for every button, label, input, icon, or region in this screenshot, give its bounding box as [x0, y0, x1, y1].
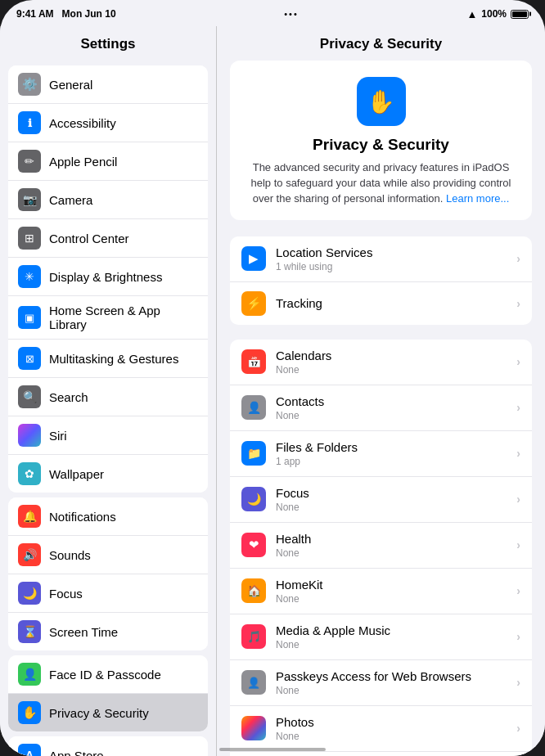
sidebar-item-accessibility[interactable]: ℹ Accessibility [8, 104, 208, 142]
health-chevron: › [516, 538, 520, 551]
focus-perm-text: Focus None [276, 486, 513, 513]
photos-sublabel: None [276, 731, 513, 742]
section-item-calendars[interactable]: 📅 Calendars None › [230, 340, 532, 385]
location-services-icon: ▶ [241, 246, 266, 271]
sounds-icon: 🔊 [18, 543, 41, 566]
status-date: Mon Jun 10 [62, 8, 116, 20]
sidebar-group-1: ⚙️ General ℹ Accessibility ✏ Apple Penci… [8, 65, 208, 493]
section-item-tracking[interactable]: ⚡ Tracking › [230, 282, 532, 325]
homekit-chevron: › [516, 584, 520, 597]
focus-icon: 🌙 [18, 582, 41, 605]
sidebar-item-wallpaper[interactable]: ✿ Wallpaper [8, 455, 208, 493]
app-store-icon: A [18, 744, 41, 756]
focus-perm-chevron: › [516, 493, 520, 506]
sidebar-item-sounds[interactable]: 🔊 Sounds [8, 536, 208, 574]
multitasking-icon: ⊠ [18, 347, 41, 370]
apple-pencil-icon: ✏ [18, 150, 41, 173]
photos-icon [241, 716, 266, 740]
sidebar-label-focus: Focus [49, 587, 83, 601]
section-data-access: 📅 Calendars None › 👤 Contacts None › [230, 340, 532, 756]
files-folders-icon: 📁 [241, 441, 266, 466]
sidebar-item-display[interactable]: ✳ Display & Brightness [8, 258, 208, 296]
files-folders-label: Files & Folders [276, 440, 513, 455]
section-item-health[interactable]: ❤ Health None › [230, 523, 532, 569]
sidebar-label-face-id: Face ID & Passcode [49, 668, 161, 682]
media-music-label: Media & Apple Music [276, 623, 513, 638]
section-item-media-music[interactable]: 🎵 Media & Apple Music None › [230, 614, 532, 660]
location-services-chevron: › [516, 252, 520, 265]
status-time: 9:41 AM [16, 8, 54, 20]
calendars-text: Calendars None [276, 349, 513, 376]
section-item-location-services[interactable]: ▶ Location Services 1 while using › [230, 236, 532, 282]
search-icon: 🔍 [18, 385, 41, 408]
hand-icon: ✋ [367, 88, 395, 115]
battery-box [511, 10, 529, 19]
sidebar-item-privacy-security[interactable]: ✋ Privacy & Security [8, 694, 208, 731]
passkeys-text: Passkeys Access for Web Browsers None [276, 669, 513, 696]
files-folders-sublabel: 1 app [276, 456, 513, 467]
health-icon: ❤ [241, 533, 266, 557]
calendars-sublabel: None [276, 364, 513, 376]
passkeys-sublabel: None [276, 685, 513, 696]
section-item-contacts[interactable]: 👤 Contacts None › [230, 385, 532, 431]
sidebar: Settings ⚙️ General ℹ Accessibility ✏ Ap… [0, 26, 217, 756]
section-item-reminders[interactable]: ≡ Reminders None › [230, 752, 532, 756]
contacts-chevron: › [516, 401, 520, 414]
sidebar-item-camera[interactable]: 📷 Camera [8, 181, 208, 219]
section-item-focus-perm[interactable]: 🌙 Focus None › [230, 477, 532, 523]
home-screen-icon: ▣ [18, 306, 41, 329]
section-item-passkeys[interactable]: 👤 Passkeys Access for Web Browsers None … [230, 660, 532, 706]
battery-percent: 100% [481, 8, 507, 20]
calendars-chevron: › [516, 355, 520, 368]
sidebar-item-siri[interactable]: Siri [8, 416, 208, 455]
sidebar-item-focus[interactable]: 🌙 Focus [8, 574, 208, 613]
privacy-card-title: Privacy & Security [243, 136, 519, 154]
media-music-sublabel: None [276, 639, 513, 650]
sidebar-item-screen-time[interactable]: ⌛ Screen Time [8, 613, 208, 650]
sidebar-label-search: Search [49, 390, 88, 404]
status-right: ▲ 100% [466, 8, 529, 20]
camera-icon: 📷 [18, 188, 41, 211]
sidebar-label-app-store: App Store [49, 749, 104, 757]
section-item-files-folders[interactable]: 📁 Files & Folders 1 app › [230, 431, 532, 477]
photos-label: Photos [276, 715, 513, 730]
section-item-homekit[interactable]: 🏠 HomeKit None › [230, 569, 532, 614]
sidebar-group-4: A App Store Game Center ▬ Wallet & Apple… [8, 736, 208, 756]
location-services-label: Location Services [276, 245, 513, 260]
sidebar-item-notifications[interactable]: 🔔 Notifications [8, 497, 208, 536]
status-time-date: 9:41 AM Mon Jun 10 [16, 8, 116, 20]
sidebar-label-general: General [49, 78, 92, 92]
learn-more-link[interactable]: Learn more... [446, 192, 509, 205]
calendars-label: Calendars [276, 349, 513, 363]
sidebar-label-accessibility: Accessibility [49, 116, 116, 130]
sidebar-label-home-screen: Home Screen & App Library [49, 304, 198, 331]
sidebar-label-screen-time: Screen Time [49, 625, 118, 639]
display-icon: ✳ [18, 265, 41, 288]
tracking-icon: ⚡ [241, 291, 266, 316]
calendars-icon: 📅 [241, 349, 266, 374]
battery-rect [511, 10, 529, 19]
general-icon: ⚙️ [18, 73, 41, 96]
tracking-text: Tracking [276, 296, 513, 311]
status-bar: 9:41 AM Mon Jun 10 ••• ▲ 100% [0, 0, 545, 26]
sidebar-label-privacy-security: Privacy & Security [49, 706, 149, 720]
screen-time-icon: ⌛ [18, 620, 41, 643]
control-center-icon: ⊞ [18, 227, 41, 250]
contacts-sublabel: None [276, 410, 513, 421]
section-location-tracking: ▶ Location Services 1 while using › ⚡ Tr… [230, 236, 532, 325]
notifications-icon: 🔔 [18, 505, 41, 528]
sidebar-item-multitasking[interactable]: ⊠ Multitasking & Gestures [8, 340, 208, 378]
media-music-icon: 🎵 [241, 624, 266, 649]
sidebar-group-2: 🔔 Notifications 🔊 Sounds 🌙 Focus ⌛ Scree… [8, 497, 208, 650]
sidebar-item-apple-pencil[interactable]: ✏ Apple Pencil [8, 142, 208, 181]
sidebar-item-app-store[interactable]: A App Store [8, 736, 208, 756]
sidebar-item-control-center[interactable]: ⊞ Control Center [8, 219, 208, 258]
media-music-chevron: › [516, 630, 520, 643]
health-text: Health None [276, 532, 513, 559]
sidebar-item-face-id[interactable]: 👤 Face ID & Passcode [8, 655, 208, 694]
sidebar-item-search[interactable]: 🔍 Search [8, 378, 208, 416]
sidebar-item-general[interactable]: ⚙️ General [8, 65, 208, 104]
section-item-photos[interactable]: Photos None › [230, 706, 532, 752]
content-title: Privacy & Security [217, 26, 545, 61]
sidebar-item-home-screen[interactable]: ▣ Home Screen & App Library [8, 296, 208, 340]
